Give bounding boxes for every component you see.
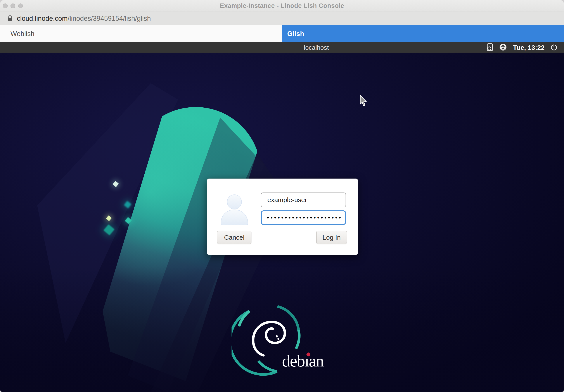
- log-in-button-label: Log In: [323, 234, 340, 241]
- password-input[interactable]: •••••••••••••••••••••: [261, 210, 346, 225]
- text-caret: [343, 214, 343, 222]
- username-value: example-user: [267, 196, 307, 204]
- url-text[interactable]: cloud.linode.com/linodes/39459154/lish/g…: [17, 15, 151, 23]
- tab-glish-label: Glish: [287, 30, 304, 38]
- log-in-button[interactable]: Log In: [316, 231, 347, 244]
- zoom-button[interactable]: [18, 3, 23, 8]
- cancel-button[interactable]: Cancel: [217, 231, 252, 244]
- tab-weblish[interactable]: Weblish: [0, 25, 282, 42]
- cancel-button-label: Cancel: [224, 234, 244, 241]
- window-title: Example-Instance - Linode Lish Console: [220, 2, 344, 9]
- login-dialog: example-user ••••••••••••••••••••• Cance…: [207, 178, 358, 255]
- hostname-label: localhost: [304, 44, 329, 51]
- debian-wordmark-text: debıan: [282, 351, 324, 370]
- console-tab-bar: Weblish Glish: [0, 25, 564, 42]
- username-input[interactable]: example-user: [261, 192, 346, 207]
- debian-swirl-icon: [253, 322, 285, 355]
- gdm-topbar: localhost: [0, 42, 564, 53]
- gdm-status-area: Tue, 13:22: [487, 42, 557, 53]
- user-avatar: [218, 191, 251, 226]
- glish-screen: example-user ••••••••••••••••••••• Cance…: [0, 53, 564, 392]
- clock-label[interactable]: Tue, 13:22: [513, 44, 545, 51]
- address-bar[interactable]: cloud.linode.com/linodes/39459154/lish/g…: [0, 12, 564, 25]
- tab-weblish-label: Weblish: [11, 30, 34, 38]
- url-domain: cloud.linode.com: [17, 15, 68, 22]
- traffic-lights: [3, 0, 23, 12]
- minimize-button[interactable]: [11, 3, 15, 8]
- titlebar: Example-Instance - Linode Lish Console: [0, 0, 564, 12]
- screen-magnifier-icon[interactable]: [487, 43, 493, 52]
- browser-window: Example-Instance - Linode Lish Console c…: [0, 0, 564, 392]
- debian-logo: debıan: [232, 303, 336, 378]
- url-path: /linodes/39459154/lish/glish: [68, 15, 151, 22]
- tab-glish[interactable]: Glish: [282, 25, 564, 42]
- mouse-cursor-icon: [359, 95, 368, 108]
- power-icon[interactable]: [550, 44, 557, 52]
- debian-red-dot: [307, 352, 310, 356]
- padlock-icon[interactable]: [7, 15, 13, 22]
- accessibility-icon[interactable]: [499, 43, 507, 52]
- password-mask: •••••••••••••••••••••: [267, 215, 342, 221]
- close-button[interactable]: [3, 3, 8, 8]
